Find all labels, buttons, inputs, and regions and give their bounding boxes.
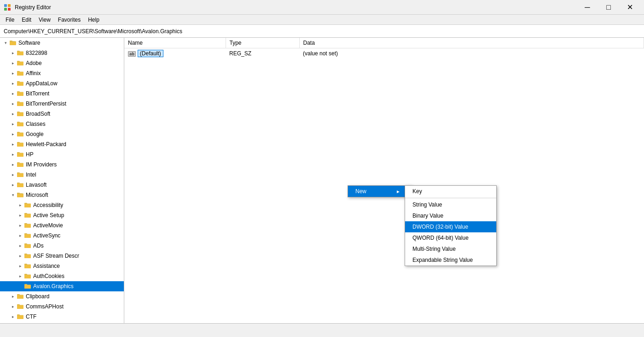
maximize-button[interactable]: □ <box>598 0 619 15</box>
tree-item-commsaphost[interactable]: ▸ CommsAPHost <box>0 302 124 312</box>
tree-label-ctf: CTF <box>26 313 36 320</box>
tree-expand-bittorrentpersist[interactable]: ▸ <box>9 100 17 107</box>
menu-favorites[interactable]: Favorites <box>54 16 84 24</box>
tree-expand-hewlett-packard[interactable]: ▸ <box>9 141 17 148</box>
context-menu[interactable]: New ► <box>348 185 412 197</box>
tree-item-avalon-graphics[interactable]: Avalon.Graphics <box>0 281 124 291</box>
tree-expand-activemovie[interactable]: ▸ <box>17 222 24 229</box>
tree-item-ads[interactable]: ▸ ADs <box>0 241 124 251</box>
tree-expand-hp[interactable]: ▸ <box>9 151 17 158</box>
folder-icon <box>24 252 31 260</box>
tree-item-bittorrent[interactable]: ▸ BitTorrent <box>0 89 124 99</box>
folder-icon <box>17 151 24 158</box>
tree-item-ctf[interactable]: ▸ CTF <box>0 312 124 322</box>
tree-expand-bittorrent[interactable]: ▸ <box>9 90 17 97</box>
folder-icon <box>17 303 24 310</box>
tree-item-microsoft[interactable]: ▾ Microsoft <box>0 190 124 200</box>
tree-item-accessibility[interactable]: ▸ Accessibility <box>0 200 124 210</box>
tree-item-asf-stream-descr[interactable]: ▸ ASF Stream Descr <box>0 251 124 261</box>
menu-file[interactable]: File <box>2 16 18 24</box>
submenu-item-multi-string-value[interactable]: Multi-String Value <box>405 243 496 254</box>
tree-expand-classes[interactable]: ▸ <box>9 120 17 128</box>
tree-item-authcookies[interactable]: ▸ AuthCookies <box>0 271 124 281</box>
table-row[interactable]: ab(Default)REG_SZ(value not set) <box>124 48 644 59</box>
folder-icon <box>17 100 24 107</box>
folder-icon <box>17 130 24 138</box>
tree-item-software[interactable]: ▾ Software <box>0 38 124 48</box>
tree-expand-appdatalow[interactable]: ▸ <box>9 80 17 87</box>
menu-view[interactable]: View <box>35 16 54 24</box>
menu-edit[interactable]: Edit <box>18 16 35 24</box>
tree-panel[interactable]: ▾ Software▸ 8322898▸ Adobe▸ Affinix▸ App… <box>0 38 124 323</box>
submenu-item-key[interactable]: Key <box>405 186 496 197</box>
tree-expand-google[interactable]: ▸ <box>9 130 17 138</box>
tree-expand-ads[interactable]: ▸ <box>17 242 24 249</box>
details-panel[interactable]: Name Type Data ab(Default)REG_SZ(value n… <box>124 38 644 323</box>
folder-icon <box>17 181 24 189</box>
tree-item-intel[interactable]: ▸ Intel <box>0 170 124 180</box>
tree-item-google[interactable]: ▸ Google <box>0 129 124 139</box>
tree-item-hp[interactable]: ▸ HP <box>0 149 124 160</box>
tree-item-active-setup[interactable]: ▸ Active Setup <box>0 210 124 220</box>
tree-expand-adobe[interactable]: ▸ <box>9 59 17 67</box>
svg-rect-2 <box>4 8 7 11</box>
col-name[interactable]: Name <box>124 38 226 48</box>
tree-item-bittorrentpersist[interactable]: ▸ BitTorrentPersist <box>0 99 124 109</box>
col-type[interactable]: Type <box>226 38 299 48</box>
tree-expand-active-setup[interactable]: ▸ <box>17 212 24 219</box>
submenu-item-expandable-string-value[interactable]: Expandable String Value <box>405 254 496 266</box>
submenu[interactable]: KeyString ValueBinary ValueDWORD (32-bit… <box>405 185 497 266</box>
svg-rect-0 <box>4 4 7 7</box>
cell-data: (value not set) <box>299 48 644 59</box>
close-button[interactable]: ✕ <box>619 0 640 15</box>
tree-expand-accessibility[interactable]: ▸ <box>17 201 24 209</box>
tree-item-im-providers[interactable]: ▸ IM Providers <box>0 160 124 170</box>
tree-expand-asf-stream-descr[interactable]: ▸ <box>17 252 24 260</box>
tree-expand-ctf[interactable]: ▸ <box>9 313 17 320</box>
tree-item-activesync[interactable]: ▸ ActiveSync <box>0 231 124 241</box>
tree-label-activemovie: ActiveMovie <box>33 222 63 229</box>
tree-expand-lavasoft[interactable]: ▸ <box>9 181 17 189</box>
tree-expand-authcookies[interactable]: ▸ <box>17 272 24 280</box>
tree-item-hewlett-packard[interactable]: ▸ Hewlett-Packard <box>0 139 124 149</box>
tree-label-assistance: Assistance <box>33 263 60 269</box>
tree-item-8322898[interactable]: ▸ 8322898 <box>0 48 124 58</box>
submenu-item-dword-32-bit-value[interactable]: DWORD (32-bit) Value <box>405 221 496 232</box>
tree-item-adobe[interactable]: ▸ Adobe <box>0 58 124 68</box>
tree-item-appdatalow[interactable]: ▸ AppDataLow <box>0 78 124 89</box>
tree-item-clipboard[interactable]: ▸ Clipboard <box>0 291 124 302</box>
folder-icon <box>24 272 31 280</box>
tree-expand-software[interactable]: ▾ <box>2 39 9 47</box>
tree-expand-activesync[interactable]: ▸ <box>17 232 24 239</box>
col-data[interactable]: Data <box>299 38 644 48</box>
tree-item-affinix[interactable]: ▸ Affinix <box>0 68 124 78</box>
tree-expand-intel[interactable]: ▸ <box>9 171 17 178</box>
tree-item-classes[interactable]: ▸ Classes <box>0 119 124 129</box>
submenu-item-string-value[interactable]: String Value <box>405 199 496 210</box>
menu-help[interactable]: Help <box>84 16 103 24</box>
tree-expand-broadsoft[interactable]: ▸ <box>9 110 17 118</box>
tree-expand-microsoft[interactable]: ▾ <box>9 191 17 199</box>
tree-item-lavasoft[interactable]: ▸ Lavasoft <box>0 180 124 190</box>
submenu-item-qword-64-bit-value[interactable]: QWORD (64-bit) Value <box>405 232 496 243</box>
tree-label-hp: HP <box>26 151 34 158</box>
tree-expand-commsaphost[interactable]: ▸ <box>9 303 17 310</box>
tree-label-authcookies: AuthCookies <box>33 273 64 279</box>
tree-expand-im-providers[interactable]: ▸ <box>9 161 17 168</box>
cell-name: ab(Default) <box>124 48 226 59</box>
tree-label-adobe: Adobe <box>26 60 42 66</box>
folder-icon <box>24 283 31 290</box>
tree-expand-clipboard[interactable]: ▸ <box>9 293 17 300</box>
tree-expand-avalon-graphics[interactable] <box>17 283 24 290</box>
tree-expand-8322898[interactable]: ▸ <box>9 49 17 57</box>
context-menu-new-label: New <box>355 188 366 195</box>
tree-item-activemovie[interactable]: ▸ ActiveMovie <box>0 220 124 231</box>
tree-item-broadsoft[interactable]: ▸ BroadSoft <box>0 109 124 119</box>
submenu-item-binary-value[interactable]: Binary Value <box>405 210 496 221</box>
tree-item-assistance[interactable]: ▸ Assistance <box>0 261 124 271</box>
tree-expand-affinix[interactable]: ▸ <box>9 70 17 77</box>
tree-expand-assistance[interactable]: ▸ <box>17 262 24 270</box>
context-menu-new[interactable]: New ► <box>348 186 412 197</box>
minimize-button[interactable]: ─ <box>577 0 598 15</box>
tree-label-appdatalow: AppDataLow <box>26 80 58 87</box>
